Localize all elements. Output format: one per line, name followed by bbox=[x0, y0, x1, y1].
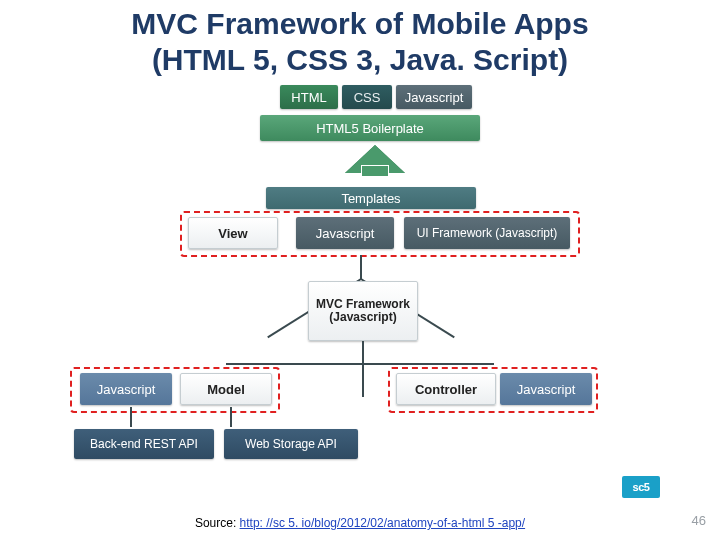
box-boilerplate: HTML5 Boilerplate bbox=[260, 115, 480, 141]
box-ui-framework: UI Framework (Javascript) bbox=[404, 217, 570, 249]
triangle-base bbox=[226, 363, 494, 365]
connector-model-api2 bbox=[230, 407, 232, 427]
box-backend-api: Back-end REST API bbox=[74, 429, 214, 459]
box-mvc: MVC Framework (Javascript) bbox=[308, 281, 418, 341]
box-model: Model bbox=[180, 373, 272, 405]
sc5-logo: sc5 bbox=[622, 476, 660, 498]
box-view: View bbox=[188, 217, 278, 249]
box-js-top: Javascript bbox=[396, 85, 472, 109]
box-storage-api: Web Storage API bbox=[224, 429, 358, 459]
box-js-controller: Javascript bbox=[500, 373, 592, 405]
connector-center-down bbox=[362, 341, 364, 397]
source-prefix: Source: bbox=[195, 516, 240, 530]
connector-model-api1 bbox=[130, 407, 132, 427]
mvc-diagram: HTML CSS Javascript HTML5 Boilerplate Te… bbox=[80, 85, 640, 485]
box-js-view: Javascript bbox=[296, 217, 394, 249]
source-citation: Source: http: //sc 5. io/blog/2012/02/an… bbox=[0, 516, 720, 530]
arrow-up-icon bbox=[345, 145, 405, 173]
slide-title: MVC Framework of Mobile Apps (HTML 5, CS… bbox=[0, 0, 720, 78]
box-html: HTML bbox=[280, 85, 338, 109]
box-controller: Controller bbox=[396, 373, 496, 405]
box-templates: Templates bbox=[266, 187, 476, 209]
page-number: 46 bbox=[692, 513, 706, 528]
source-link[interactable]: http: //sc 5. io/blog/2012/02/anatomy-of… bbox=[240, 516, 526, 530]
box-css: CSS bbox=[342, 85, 392, 109]
connector-top bbox=[360, 255, 362, 279]
title-line-2: (HTML 5, CSS 3, Java. Script) bbox=[152, 43, 568, 76]
box-js-model: Javascript bbox=[80, 373, 172, 405]
title-line-1: MVC Framework of Mobile Apps bbox=[131, 7, 588, 40]
